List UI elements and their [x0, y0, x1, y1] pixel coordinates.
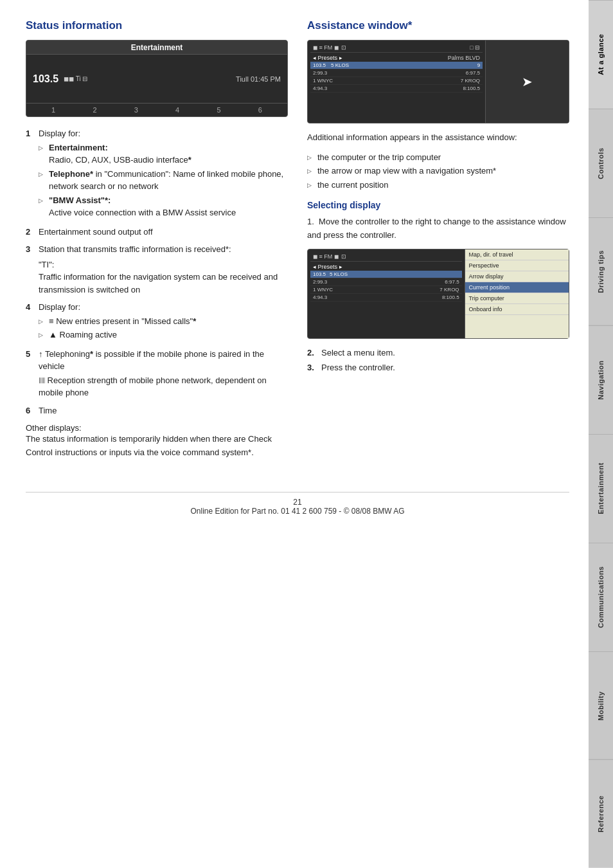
display-icons: ◼◼ Ti ⊟: [64, 75, 87, 82]
item-5-content: ↑ Telephoning* is possible if the mobile…: [39, 348, 288, 399]
assist-row-1: 103.5 5 KLOS 9: [310, 62, 483, 69]
assist-bullet-1-text: the computer or the trip computer: [317, 151, 441, 164]
assist-presets-row: ◂ Presets ▸ Palms BLVD: [310, 54, 483, 62]
menu-item-2: Perspective: [465, 260, 569, 271]
subitem-1-2-text: Telephone* in "Communication": Name of l…: [49, 168, 288, 193]
assist2-presets-label: ◂ Presets ▸: [313, 264, 342, 270]
status-title: Status information: [26, 19, 288, 32]
assist-btn-icon: □ ⊟: [470, 44, 480, 51]
assist-display-right: ➤: [485, 41, 569, 123]
assist-bullet-3: ▷ the current position: [307, 179, 569, 192]
step-2-text: Select a menu item.: [321, 347, 395, 359]
subitem-1-1-text: Entertainment:Radio, CD, AUX, USB-audio …: [49, 141, 191, 167]
assist-freq-3b: 8:100.5: [463, 86, 480, 91]
other-displays-title: Other displays:: [26, 423, 288, 433]
step-3: 3. Press the controller.: [307, 361, 569, 374]
right-tab-bar: At a glance Controls Driving tips Naviga…: [589, 0, 613, 868]
bullet-icon-4-2: ▷: [39, 331, 45, 341]
item-1-label: Display for:: [39, 129, 80, 138]
subitem-1-3: ▷ "BMW Assist"*:Active voice connection …: [39, 194, 288, 219]
assist2-row-2: 2:99.3 6:97.5: [310, 278, 462, 286]
step1-text: 1. Move the controller to the right to c…: [307, 215, 569, 242]
step-2: 2. Select a menu item.: [307, 347, 569, 359]
assist-right-location: Palms BLVD: [448, 55, 480, 61]
tab-reference[interactable]: Reference: [589, 759, 613, 868]
assist-arrow-icon: ➤: [488, 43, 566, 120]
bullet-icon-1-2: ▷: [39, 170, 45, 193]
other-displays-text: The status information is temporarily hi…: [26, 433, 288, 460]
menu-item-3: Arrow display: [465, 271, 569, 282]
assist-freq-2a: 2:99.3: [313, 70, 327, 76]
page-footer: 21 Online Edition for Part no. 01 41 2 6…: [26, 492, 569, 516]
two-column-layout: Status information Entertainment 103.5 ◼…: [26, 19, 569, 466]
assist2-menu: Map, dir. of travel Perspective Arrow di…: [465, 249, 569, 338]
assist-fm-label: ◼ ≡ FM ◼: [313, 44, 339, 51]
subitem-4-2-text: ▲ Roaming active: [49, 329, 117, 341]
list-item-5: 5 ↑ Telephoning* is possible if the mobi…: [26, 348, 288, 399]
assist2-top-row: ◼ ≡ FM ◼ ⊡: [310, 252, 462, 262]
list-item-1: 1 Display for: ▷ Entertainment:Radio, CD…: [26, 127, 288, 221]
assist-data-rows: 103.5 5 KLOS 9 2:99.3 6:97.5 1 WNYC 7 KR…: [310, 62, 483, 120]
assist-station-2: 1 WNYC: [313, 78, 333, 84]
display-num-4: 4: [175, 106, 179, 114]
item-4-num: 4: [26, 301, 35, 343]
item-5-label: ↑ Telephoning* is possible if the mobile…: [39, 349, 264, 372]
assistance-display-image: ◼ ≡ FM ◼ ⊡ □ ⊟ ◂ Presets ▸ Palms BLVD 10…: [307, 40, 569, 123]
assist2-freq-3: 4:94.3: [313, 294, 327, 300]
subitem-1-1: ▷ Entertainment:Radio, CD, AUX, USB-audi…: [39, 141, 288, 167]
assist-bullet-2: ▷ the arrow or map view with a navigatio…: [307, 165, 569, 177]
page-number: 21: [293, 498, 301, 507]
status-numbered-list: 1 Display for: ▷ Entertainment:Radio, CD…: [26, 127, 288, 417]
assist2-fm-label: ◼ ≡ FM ◼: [313, 253, 339, 260]
assist-display-left: ◼ ≡ FM ◼ ⊡ □ ⊟ ◂ Presets ▸ Palms BLVD 10…: [308, 41, 485, 123]
tab-controls[interactable]: Controls: [589, 109, 613, 217]
assist-signal-icon: ⊡: [341, 44, 346, 51]
assistance-display2-image: ◼ ≡ FM ◼ ⊡ ◂ Presets ▸ 103.5 5 KLOS 2:99…: [307, 249, 569, 339]
tab-mobility[interactable]: Mobility: [589, 651, 613, 760]
assist-row-2: 2:99.3 6:97.5: [310, 69, 483, 77]
item-3-content: Station that transmits traffic informati…: [39, 243, 288, 296]
assist-bullet-1: ▷ the computer or the trip computer: [307, 151, 569, 164]
tab-entertainment[interactable]: Entertainment: [589, 434, 613, 543]
item-4-sublist: ▷ ≡ New entries present in "Missed calls…: [39, 315, 288, 341]
tab-navigation[interactable]: Navigation: [589, 325, 613, 434]
main-content: Status information Entertainment 103.5 ◼…: [0, 0, 589, 554]
assist-station-1: 5 KLOS: [331, 62, 349, 68]
assist2-row-1: 103.5 5 KLOS: [310, 271, 462, 278]
selecting-display-title: Selecting display: [307, 200, 569, 210]
subitem-4-1-text: ≡ New entries present in "Missed calls"*: [49, 315, 196, 328]
tab-at-a-glance[interactable]: At a glance: [589, 0, 613, 109]
subitem-1-3-text: "BMW Assist"*:Active voice connection wi…: [49, 194, 236, 219]
display-num-6: 6: [258, 106, 262, 114]
display-top-label: Entertainment: [26, 41, 287, 55]
item-3-label: Station that transmits traffic informati…: [39, 244, 231, 254]
assist-bullet-2-text: the arrow or map view with a navigation …: [317, 165, 496, 177]
display-numbers: 1 2 3 4 5 6: [26, 103, 287, 116]
list-item-3: 3 Station that transmits traffic informa…: [26, 243, 288, 296]
list-item-2: 2 Entertainment sound output off: [26, 226, 288, 239]
subitem-4-1: ▷ ≡ New entries present in "Missed calls…: [39, 315, 288, 328]
subitem-1-2: ▷ Telephone* in "Communication": Name of…: [39, 168, 288, 193]
tab-communications[interactable]: Communications: [589, 543, 613, 651]
assist2-presets-row: ◂ Presets ▸: [310, 263, 462, 271]
assist2-freq-1: 103.5: [313, 271, 326, 277]
assistance-title: Assistance window*: [307, 19, 569, 32]
assist-row-4: 4:94.3 8:100.5: [310, 85, 483, 93]
bullet-icon-a1: ▷: [307, 154, 314, 164]
bullet-icon-a3: ▷: [307, 181, 314, 192]
list-item-4: 4 Display for: ▷ ≡ New entries present i…: [26, 301, 288, 343]
assist-freq-2b: 6:97.5: [466, 70, 480, 76]
assist2-freq-3b: 8:100.5: [442, 294, 459, 300]
assist2-station-2: 1 WNYC: [313, 287, 333, 293]
steps-2-3: 2. Select a menu item. 3. Press the cont…: [307, 347, 569, 374]
tab-driving-tips[interactable]: Driving tips: [589, 217, 613, 326]
assist2-station-3: 7 KROQ: [440, 287, 459, 293]
item-4-content: Display for: ▷ ≡ New entries present in …: [39, 301, 288, 343]
item-1-content: Display for: ▷ Entertainment:Radio, CD, …: [39, 127, 288, 221]
assist-freq-1: 103.5: [313, 62, 326, 68]
subitem-4-2: ▷ ▲ Roaming active: [39, 329, 288, 341]
item-6-label: Time: [39, 404, 288, 417]
assist-presets-label: ◂ Presets ▸: [313, 55, 342, 61]
bullet-icon-1-3: ▷: [39, 197, 45, 219]
item-5-num: 5: [26, 348, 35, 399]
